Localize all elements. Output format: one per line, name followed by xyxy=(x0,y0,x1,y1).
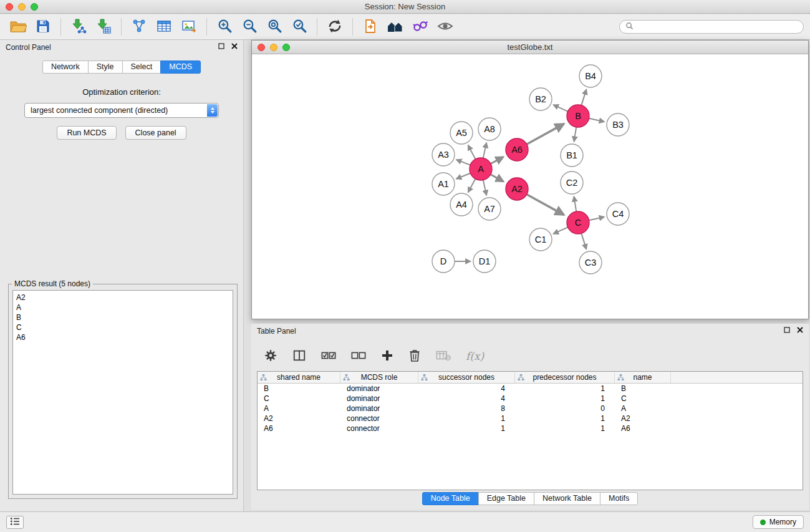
graph-node-B[interactable]: B xyxy=(567,105,589,127)
graph-edge-A-A2[interactable] xyxy=(491,175,504,181)
table-cell[interactable]: 1 xyxy=(515,384,615,394)
table-cell[interactable]: A2 xyxy=(258,414,340,423)
result-list-item[interactable]: C xyxy=(16,322,229,332)
table-cell[interactable]: dominator xyxy=(340,394,418,404)
graph-edge-A-A7[interactable] xyxy=(483,180,486,196)
table-cell[interactable]: 0 xyxy=(515,404,615,414)
network-canvas-area[interactable]: B4B2BB3A8A5A6A3B1AC2A1A2A4A7C4CC1DD1C3 xyxy=(252,55,808,319)
graph-node-D1[interactable]: D1 xyxy=(473,250,496,273)
float-panel-icon[interactable] xyxy=(218,43,224,49)
open-session-button[interactable] xyxy=(6,16,30,37)
table-cell[interactable]: C xyxy=(258,394,340,404)
close-panel-icon[interactable] xyxy=(231,43,238,49)
table-cell[interactable]: connector xyxy=(340,414,418,423)
graph-edge-C-C1[interactable] xyxy=(553,227,567,233)
criterion-dropdown[interactable]: largest connected component (directed) xyxy=(24,103,219,118)
zoom-fit-button[interactable] xyxy=(263,16,286,37)
table-cell[interactable]: 1 xyxy=(418,414,515,423)
table-cell[interactable]: 1 xyxy=(515,414,615,423)
table-cell[interactable]: A6 xyxy=(258,423,340,433)
run-mcds-button[interactable]: Run MCDS xyxy=(57,126,116,140)
refresh-layout-button[interactable] xyxy=(323,16,347,37)
new-network-button[interactable] xyxy=(127,16,151,37)
table-cell[interactable]: B xyxy=(258,384,340,394)
network-repository-button[interactable] xyxy=(383,16,407,37)
graph-edge-B-B4[interactable] xyxy=(581,89,586,105)
task-history-button[interactable] xyxy=(6,516,24,529)
minimize-window-button[interactable] xyxy=(18,3,26,11)
float-panel-icon[interactable] xyxy=(784,327,790,333)
graph-node-B3[interactable]: B3 xyxy=(607,114,629,136)
tab-node-table[interactable]: Node Table xyxy=(422,492,479,505)
network-close-button[interactable] xyxy=(258,44,265,51)
graph-edge-A-A6[interactable] xyxy=(491,157,503,164)
import-document-button[interactable] xyxy=(359,16,382,37)
graph-node-A[interactable]: A xyxy=(470,158,492,180)
search-box[interactable] xyxy=(619,20,804,34)
graph-edge-B-B3[interactable] xyxy=(589,118,605,122)
graph-node-C3[interactable]: C3 xyxy=(579,251,602,274)
graph-node-C4[interactable]: C4 xyxy=(607,203,629,225)
graph-edge-A-A1[interactable] xyxy=(456,173,471,179)
result-list-item[interactable]: A2 xyxy=(16,293,229,302)
graph-node-A5[interactable]: A5 xyxy=(450,122,473,144)
show-columns-button[interactable] xyxy=(292,349,306,364)
table-cell[interactable]: 4 xyxy=(418,394,515,404)
add-column-button[interactable] xyxy=(381,349,393,364)
graph-node-A1[interactable]: A1 xyxy=(432,173,455,195)
result-list-item[interactable]: A xyxy=(16,302,229,312)
zoom-window-button[interactable] xyxy=(31,3,38,11)
zoom-out-button[interactable] xyxy=(238,16,261,37)
table-cell[interactable]: 1 xyxy=(418,423,515,433)
zoom-in-button[interactable] xyxy=(213,16,236,37)
tab-edge-table[interactable]: Edge Table xyxy=(478,492,534,505)
table-row[interactable]: A2connector11A2 xyxy=(258,414,803,423)
result-list-item[interactable]: B xyxy=(16,312,229,322)
graph-node-A7[interactable]: A7 xyxy=(478,198,501,220)
select-all-button[interactable] xyxy=(321,350,336,363)
graph-edge-A2-C[interactable] xyxy=(527,195,564,215)
network-minimize-button[interactable] xyxy=(270,44,277,51)
table-cell[interactable]: dominator xyxy=(340,404,418,414)
tab-motifs[interactable]: Motifs xyxy=(600,492,638,505)
tab-mcds[interactable]: MCDS xyxy=(160,60,201,74)
table-cell[interactable]: B xyxy=(615,384,671,394)
table-row[interactable]: Bdominator41B xyxy=(258,384,803,394)
table-cell[interactable]: connector xyxy=(340,423,418,433)
graph-edge-A-A3[interactable] xyxy=(456,160,470,165)
new-table-button[interactable] xyxy=(152,16,176,37)
network-window-titlebar[interactable]: testGlobe.txt xyxy=(252,41,808,54)
graph-node-B2[interactable]: B2 xyxy=(529,88,552,110)
graph-node-A3[interactable]: A3 xyxy=(432,143,455,166)
column-header-successor-nodes[interactable]: successor nodes xyxy=(418,372,515,383)
save-session-button[interactable] xyxy=(31,16,55,37)
network-canvas[interactable]: B4B2BB3A8A5A6A3B1AC2A1A2A4A7C4CC1DD1C3 xyxy=(252,55,808,319)
table-row[interactable]: Adominator80A xyxy=(258,404,803,414)
import-network-button[interactable] xyxy=(67,16,90,37)
table-cell[interactable]: A6 xyxy=(615,423,671,433)
table-cell[interactable]: 1 xyxy=(515,423,615,433)
network-zoom-button[interactable] xyxy=(282,44,290,51)
close-window-button[interactable] xyxy=(6,3,13,11)
tab-style[interactable]: Style xyxy=(88,60,123,74)
graph-node-C2[interactable]: C2 xyxy=(561,172,583,194)
delete-column-button[interactable] xyxy=(408,349,421,364)
delete-table-button[interactable] xyxy=(436,350,451,363)
column-header-predecessor-nodes[interactable]: predecessor nodes xyxy=(515,372,615,383)
result-list-item[interactable]: A6 xyxy=(16,332,229,342)
zoom-selected-button[interactable] xyxy=(287,16,311,37)
column-header-name[interactable]: name xyxy=(615,372,671,383)
memory-button[interactable]: Memory xyxy=(753,515,804,529)
search-input[interactable] xyxy=(637,22,798,31)
table-cell[interactable]: 4 xyxy=(418,384,515,394)
import-table-button[interactable] xyxy=(92,16,115,37)
show-details-button[interactable] xyxy=(433,16,457,37)
mcds-result-list[interactable]: A2ABCA6 xyxy=(12,290,233,495)
table-cell[interactable]: A xyxy=(615,404,671,414)
graph-edge-A-A8[interactable] xyxy=(483,143,486,158)
graph-edge-B-B1[interactable] xyxy=(574,127,577,142)
export-image-button[interactable] xyxy=(177,16,201,37)
graph-edge-C-C2[interactable] xyxy=(574,196,577,211)
deselect-all-button[interactable] xyxy=(351,350,366,363)
graph-node-A6[interactable]: A6 xyxy=(506,138,528,161)
